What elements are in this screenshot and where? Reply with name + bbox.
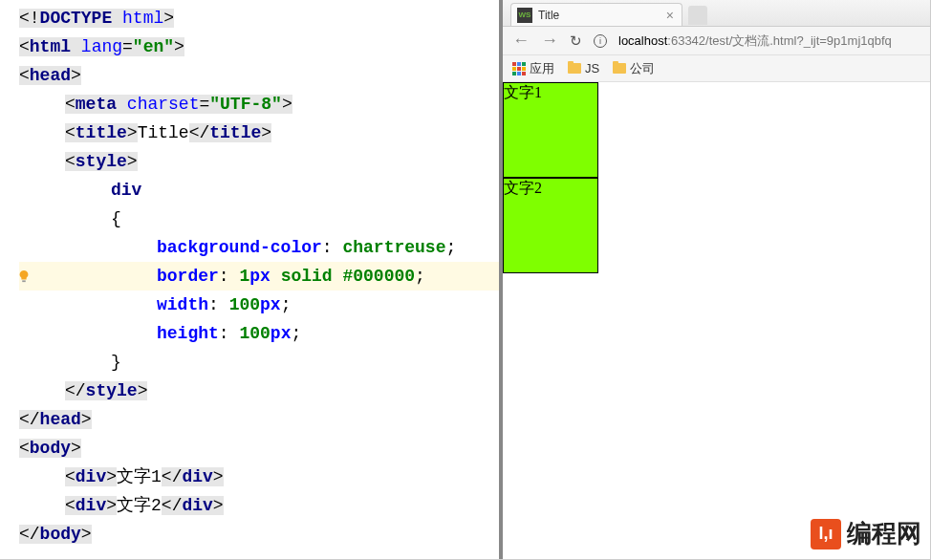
bookmark-folder-js[interactable]: JS: [568, 61, 599, 75]
new-tab-button[interactable]: [688, 6, 707, 25]
bookmarks-bar: 应用 JS 公司: [503, 55, 930, 82]
code-line[interactable]: <style>: [19, 147, 499, 176]
code-line[interactable]: </head>: [19, 405, 499, 434]
watermark-logo-icon: l,ı: [811, 519, 841, 549]
code-line[interactable]: width: 100px;: [19, 291, 499, 319]
tab-favicon-icon: WS: [517, 8, 532, 23]
demo-div-1: 文字1: [503, 82, 598, 178]
url-bar[interactable]: localhost:63342/test/文档流.html?_ijt=9p1mj…: [618, 32, 892, 50]
editor-gutter: [0, 0, 17, 559]
watermark-brand: 编程网: [847, 517, 921, 550]
tab-title: Title: [538, 9, 664, 22]
demo-div-2: 文字2: [503, 178, 598, 273]
watermark: l,ı 编程网: [811, 517, 921, 550]
code-line[interactable]: background-color: chartreuse;: [19, 233, 499, 262]
code-line[interactable]: </style>: [19, 377, 499, 405]
code-line[interactable]: }: [19, 348, 499, 377]
forward-icon[interactable]: →: [541, 31, 558, 51]
folder-icon: [568, 63, 581, 74]
code-line[interactable]: border: 1px solid #000000;: [19, 262, 499, 291]
code-line[interactable]: <!DOCTYPE html>: [19, 4, 499, 32]
code-editor[interactable]: <!DOCTYPE html><html lang="en"><head><me…: [0, 0, 499, 559]
bookmark-folder-company[interactable]: 公司: [613, 60, 655, 77]
back-icon[interactable]: ←: [512, 31, 530, 51]
reload-icon[interactable]: ↻: [570, 32, 582, 50]
folder-icon: [613, 63, 626, 74]
code-line[interactable]: <meta charset="UTF-8">: [19, 90, 499, 118]
browser-tab-strip: WS Title ×: [503, 0, 930, 27]
browser-tab[interactable]: WS Title ×: [510, 3, 682, 26]
code-line[interactable]: <div>文字1</div>: [19, 463, 499, 491]
code-line[interactable]: <head>: [19, 61, 499, 90]
code-line[interactable]: <title>Title</title>: [19, 118, 499, 147]
code-line[interactable]: <html lang="en">: [19, 32, 499, 61]
code-line[interactable]: <div>文字2</div>: [19, 491, 499, 520]
info-icon[interactable]: i: [594, 34, 607, 48]
browser-toolbar: ← → ↻ i localhost:63342/test/文档流.html?_i…: [503, 27, 930, 55]
apps-grid-icon: [512, 62, 526, 75]
svg-rect-0: [22, 280, 26, 282]
close-icon[interactable]: ×: [664, 8, 676, 23]
code-line[interactable]: div: [19, 176, 499, 205]
lightbulb-icon[interactable]: [17, 269, 31, 283]
page-viewport: 文字1 文字2: [503, 82, 930, 559]
browser-window: WS Title × ← → ↻ i localhost:63342/test/…: [499, 0, 930, 559]
code-line[interactable]: <body>: [19, 434, 499, 463]
code-line[interactable]: </body>: [19, 520, 499, 549]
apps-button[interactable]: 应用: [512, 60, 554, 77]
code-line[interactable]: height: 100px;: [19, 319, 499, 348]
code-line[interactable]: {: [19, 205, 499, 233]
